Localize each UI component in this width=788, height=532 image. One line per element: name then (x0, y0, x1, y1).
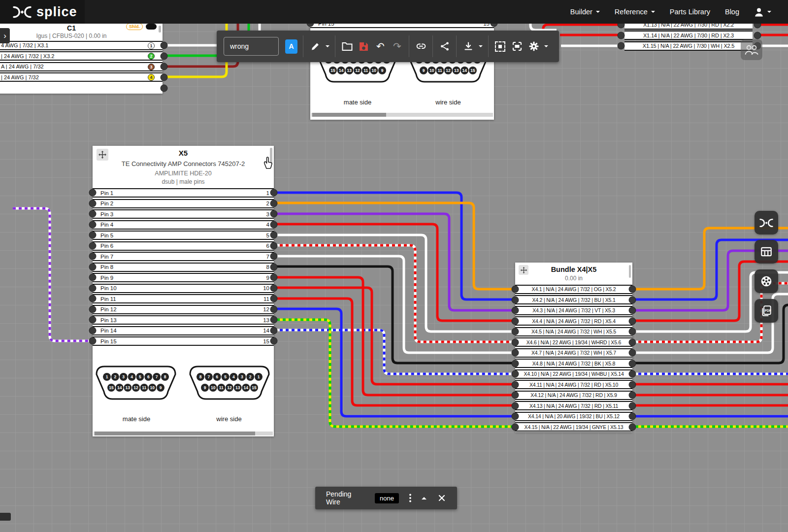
connection-node[interactable] (629, 381, 636, 388)
cable-wire-row[interactable]: 4 AWG | 7/32 | X3.11 (0, 41, 163, 50)
auto-label-button[interactable]: A (285, 39, 297, 54)
chevron-down-icon[interactable] (479, 45, 483, 49)
connection-node[interactable] (89, 284, 97, 292)
share-link-button[interactable] (415, 40, 427, 53)
select-region-button[interactable] (494, 40, 506, 53)
wire[interactable] (13, 208, 93, 341)
connection-node[interactable] (512, 328, 519, 335)
connection-node[interactable] (270, 295, 278, 302)
wire[interactable] (274, 214, 515, 310)
chevron-down-icon[interactable] (326, 45, 329, 49)
bom-table-button[interactable] (755, 240, 778, 264)
connection-node[interactable] (89, 327, 97, 334)
wire[interactable] (274, 256, 515, 353)
x4-hscrollbar[interactable] (311, 113, 493, 117)
wire[interactable] (274, 245, 515, 342)
connection-node[interactable] (89, 263, 97, 270)
connector-card-x5[interactable]: X5 TE Connectivity AMP Connectors 745207… (93, 146, 274, 436)
connection-node[interactable] (270, 221, 278, 228)
bundle-scrollbar[interactable] (629, 265, 631, 278)
connection-node[interactable] (754, 32, 761, 39)
connection-node[interactable] (512, 338, 519, 346)
connection-node[interactable] (89, 274, 97, 281)
cable-card-c1[interactable]: C1 Igus | CFBUS-020 | 0.00 in Shld. 4 AW… (0, 22, 163, 94)
connection-node[interactable] (89, 200, 97, 207)
connection-node[interactable] (512, 296, 519, 303)
connection-node[interactable] (512, 381, 519, 388)
connection-node[interactable] (89, 337, 97, 345)
wire[interactable] (274, 288, 515, 384)
cable-wire-row[interactable]: | 24 AWG | 7/32 | X3.22 (0, 51, 163, 61)
connection-node[interactable] (270, 189, 278, 197)
pdf-export-button[interactable]: PDF (755, 299, 778, 323)
connector-face-button[interactable] (755, 269, 778, 293)
connection-node[interactable] (270, 337, 278, 345)
connection-node[interactable] (161, 52, 168, 60)
connection-node[interactable] (629, 296, 636, 303)
connection-node[interactable] (512, 392, 519, 399)
connection-node[interactable] (270, 253, 278, 260)
bundle-wire-row[interactable]: X4.4 | N/A | 24 AWG | 7/32 | RD | X5.4 (515, 316, 632, 326)
splice-tool-button[interactable] (755, 211, 778, 234)
cable-wire-row[interactable]: A | 24 AWG | 7/323 (0, 62, 163, 71)
bundle-wire-row[interactable]: X4.7 | N/A | 24 AWG | 7/32 | WH | X5.7 (515, 348, 632, 358)
connection-node[interactable] (629, 413, 636, 420)
connection-node[interactable] (512, 423, 519, 431)
sidebar-expand-tab[interactable]: › (0, 28, 10, 43)
nav-item-parts-library[interactable]: Parts Library (670, 8, 710, 16)
wire[interactable] (274, 245, 515, 342)
connection-node[interactable] (629, 317, 636, 325)
connection-node[interactable] (512, 370, 519, 378)
bundle-wire-row[interactable]: X4.2 | N/A | 24 AWG | 7/32 | BU | X5.1 (515, 295, 632, 304)
connection-node[interactable] (629, 286, 636, 293)
app-logo[interactable]: splice (0, 0, 85, 24)
bundle-wire-row[interactable]: X1.15 | N/A | 22 AWG | 7/30 | WH | X2.5 (624, 41, 753, 51)
connection-node[interactable] (161, 85, 168, 92)
bundle-wire-row[interactable]: X4.14 | N/A | 20 AWG | 19/32 | BU | X5.1… (515, 412, 632, 421)
c1-scrollbar[interactable] (159, 26, 161, 33)
wire[interactable] (13, 208, 93, 341)
bundle-wire-row[interactable]: X4.6 | N/A | 22 AWG | 19/34 | WHRD | X5.… (515, 337, 632, 347)
connection-node[interactable] (270, 263, 278, 270)
connection-node[interactable] (618, 32, 625, 39)
connection-node[interactable] (629, 392, 636, 399)
redo-button[interactable]: ↷ (391, 40, 403, 53)
bundle-wire-row[interactable]: X4.8 | N/A | 24 AWG | 7/32 | BK | X5.8 (515, 359, 632, 368)
connection-node[interactable] (270, 305, 278, 313)
connection-node[interactable] (629, 423, 636, 431)
connection-node[interactable] (270, 284, 278, 292)
cable-wire-row[interactable]: | 24 AWG | 7/324 (0, 72, 163, 82)
bundle-wire-row[interactable]: X4.11 | N/A | 24 AWG | 7/32 | RD | X5.10 (515, 380, 632, 389)
connection-node[interactable] (629, 360, 636, 367)
connection-node[interactable] (89, 189, 97, 197)
connection-node[interactable] (512, 286, 519, 293)
bundle-wire-row[interactable]: X4.5 | N/A | 24 AWG | 7/32 | WH | X5.5 (515, 327, 632, 336)
close-button[interactable] (437, 492, 446, 504)
connection-node[interactable] (270, 242, 278, 249)
wire[interactable] (274, 266, 515, 363)
wire[interactable] (274, 277, 515, 395)
connection-node[interactable] (629, 370, 636, 378)
undo-button[interactable]: ↶ (374, 40, 387, 53)
nav-item-reference[interactable]: Reference (615, 8, 655, 16)
bundle-wire-row[interactable]: X4.3 | N/A | 24 AWG | 7/32 | VT | X5.3 (515, 306, 632, 315)
download-button[interactable] (462, 40, 474, 53)
account-button[interactable] (754, 7, 771, 17)
connection-node[interactable] (270, 316, 278, 324)
connection-node[interactable] (512, 402, 519, 409)
connection-node[interactable] (161, 63, 168, 70)
connection-node[interactable] (512, 307, 519, 314)
connection-node[interactable] (89, 253, 97, 260)
settings-button[interactable] (527, 40, 540, 53)
nav-item-builder[interactable]: Builder (570, 8, 600, 16)
bundle-card-x4-x5[interactable]: Bundle X4|X5 0.00 in X4.1 | N/A | 24 AWG… (515, 263, 632, 432)
harness-name-input[interactable] (224, 37, 279, 56)
bundle-wire-row[interactable]: X1.14 | N/A | 22 AWG | 7/30 | RD | X2.3 (624, 31, 753, 40)
open-file-button[interactable] (341, 40, 353, 53)
nav-item-blog[interactable]: Blog (725, 8, 739, 16)
connection-node[interactable] (270, 327, 278, 334)
connection-node[interactable] (270, 200, 278, 207)
share-button[interactable] (438, 40, 451, 53)
connection-node[interactable] (161, 42, 168, 49)
bundle-wire-row[interactable]: X4.15 | N/A | 22 AWG | 19/34 | GNYE | X5… (515, 422, 632, 432)
